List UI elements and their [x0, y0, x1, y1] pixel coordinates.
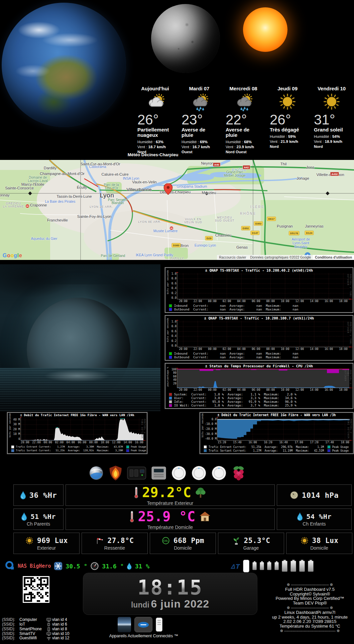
- map-attribution: Raccourcis clavier Données cartographiqu…: [217, 255, 354, 260]
- chart-title: ± Debit du Trafic Internet FREE 1Go Fibr…: [8, 413, 147, 418]
- map-label: Sainte-Foy-lès-Lyon: [77, 214, 111, 218]
- info-line: Full HDR Dashboard v7.5: [261, 587, 354, 592]
- y-tick: 10 M: [13, 433, 20, 436]
- connected-devices: [118, 616, 168, 633]
- map-label: Vaulx-en-Velin: [132, 180, 156, 184]
- rrdtool-watermark: RRDTOOL / TOBI OETIKER: [141, 419, 146, 441]
- sensor-value: 51 %Hr: [30, 513, 55, 521]
- nas-device-icon: [127, 465, 146, 482]
- x-tick: 16:20: [264, 441, 272, 444]
- battery-large-icon: [282, 561, 287, 572]
- sensor-value: 54 %Hr: [306, 513, 331, 521]
- separator: ⊛ ------------------------------- ⊛: [261, 606, 354, 610]
- phone-icon: [45, 627, 52, 632]
- drop-icon: [127, 562, 132, 570]
- ssid-vlan: vlan id 10: [52, 632, 69, 636]
- legend-swatch: [169, 352, 172, 355]
- weather-temp: 26°: [270, 112, 305, 127]
- date-day: lundi: [131, 601, 149, 609]
- ssid-name: GuestWifi: [19, 636, 45, 641]
- weather-temp: 23°: [182, 112, 217, 127]
- weather-details: Humidité : 59%Vent : 21.9 km/hNord: [270, 134, 305, 149]
- x-tick: 16:00: [248, 441, 257, 444]
- y-tick: 40: [173, 378, 176, 381]
- ssid-row: (SSID):SmartPhonevlan id 8: [2, 627, 69, 632]
- unifi-ap-icon: [211, 465, 227, 482]
- sensor-value: 25.3°C: [244, 537, 270, 545]
- battery-status-row: ∆T: [230, 559, 314, 573]
- info-line: up 2 weeks, 4 days, 21 hours, 1 minute: [261, 615, 354, 620]
- info-line: Linux DashboardPi armv7l: [261, 610, 354, 615]
- status-value: 31.6 °: [102, 563, 124, 570]
- x-tick: 16:00: [325, 388, 333, 392]
- ssid-prefix: (SSID):: [2, 618, 19, 622]
- tv-icon: [45, 632, 52, 636]
- map-label: Jons: [306, 165, 314, 169]
- x-tick: 04:00: [237, 388, 246, 392]
- x-tick: 14:00: [123, 441, 132, 444]
- x-tick: 06:00: [252, 299, 260, 303]
- weather-day-name: Aujourd'hui: [141, 86, 169, 92]
- chart-wan-24h: ± Debit du Trafic Internet FREE 1Go Fibr…: [7, 412, 147, 454]
- browser-globe-icon: [89, 465, 104, 482]
- y-tick: 0.4: [171, 287, 176, 290]
- x-tick: 02:00: [223, 347, 231, 351]
- google-logo[interactable]: Google: [3, 253, 22, 259]
- map-label: Miribel Jonage: [224, 174, 245, 177]
- map-marker[interactable]: [163, 183, 173, 195]
- map-label: Tête d'Or: [104, 186, 118, 190]
- sensor-tile-0-2: 1014 hPa: [277, 484, 352, 506]
- weather-forecast: Aujourd'hui26°Partiellement nuageuxHumid…: [133, 86, 354, 155]
- chart-firewall-cpu: ± Status du Temps Processeur du FireWall…: [165, 363, 353, 409]
- fan-icon: [54, 562, 63, 570]
- y-tick: 0.0: [212, 418, 217, 421]
- ssid-name: SmartTV: [19, 632, 45, 636]
- x-tick: 08:00: [266, 299, 275, 303]
- house-icon: [199, 511, 211, 523]
- traffic-map[interactable]: ✈ Saint-Cyr-au-Mont-d'OrNeyronThilJonsDa…: [0, 160, 354, 260]
- chip-icon: [45, 623, 52, 626]
- legend-swatch: [11, 449, 14, 452]
- chart-legend: Inbound Current: nan Average: nan Maximu…: [165, 303, 353, 312]
- x-tick: 02:00: [55, 441, 64, 444]
- y-tick: -40.0 M: [205, 437, 217, 440]
- battery-small-icon: [274, 562, 279, 570]
- map-label: Bron: [181, 244, 189, 248]
- map-label: Craponne: [30, 203, 47, 207]
- legend-swatch: [169, 404, 172, 407]
- map-terms-link[interactable]: Conditions d'utilisation: [313, 255, 354, 260]
- x-tick: 00:00: [43, 441, 52, 444]
- wifi-icon: [45, 637, 52, 640]
- x-tick: 02:00: [223, 388, 231, 392]
- network-devices-row: [80, 465, 254, 482]
- chart-legend: Trafic Entrant Current: 1,27M Average: 3…: [8, 444, 147, 453]
- rrdtool-watermark: RRDTOOL / TOBI OETIKER: [344, 370, 352, 388]
- sensor-label: Ch Parents: [27, 521, 50, 527]
- weather-location-label: Météo Décines-Charpieu: [124, 152, 182, 157]
- x-tick: 04:00: [237, 347, 246, 351]
- x-tick: 10:00: [281, 299, 289, 303]
- info-line: Température du Système 61 °C: [261, 624, 354, 629]
- x-tick: 00:00: [208, 388, 217, 392]
- y-tick: 20: [173, 382, 176, 385]
- x-tick: 08:00: [266, 347, 275, 351]
- y-tick: 0.2: [171, 292, 176, 295]
- qnap-device-thumbnail: [134, 617, 152, 632]
- chart-title: ± Status du Temps Processeur du FireWall…: [165, 364, 353, 368]
- chart-y-axis-label: bits par seconde: [8, 418, 11, 441]
- sensor-value: 27.8°C: [108, 537, 134, 545]
- y-tick: -10.0 M: [205, 423, 217, 426]
- map-label: Musée Lumière: [153, 229, 178, 233]
- map-shortcuts-link[interactable]: Raccourcis clavier: [217, 255, 248, 260]
- drop-icon: [21, 512, 27, 521]
- x-tick: 18:00: [339, 299, 348, 303]
- drop-icon: [297, 512, 303, 521]
- monitor-icon: [45, 618, 52, 622]
- map-label: Blandan: [112, 201, 124, 205]
- map-label: Tassin-la-Demi-Lune: [56, 194, 92, 198]
- clock-panel: 18:15 lundi 6 juin 2022: [83, 573, 257, 615]
- y-tick: 1.0: [171, 272, 176, 275]
- weather-day-name: Vendredi 10: [318, 86, 346, 92]
- sensor-label: Ch Enfants: [303, 521, 326, 527]
- thermometer-icon: [129, 511, 134, 522]
